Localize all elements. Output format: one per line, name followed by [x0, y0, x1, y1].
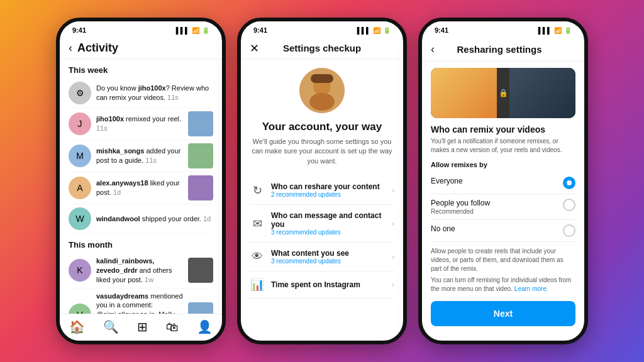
eye-icon: 👁: [250, 250, 265, 263]
remix-img-left: [431, 68, 503, 118]
option-text: Everyone: [431, 177, 463, 185]
home-icon[interactable]: 🏠: [69, 319, 85, 334]
list-item[interactable]: 📊 Time spent on Instagram ›: [250, 272, 394, 299]
activity-screen: ‹ Activity This week ⚙ Do you know jiho1…: [60, 36, 222, 341]
time-1: 9:41: [72, 26, 86, 34]
activity-text: kalindi_rainbows, zevedo_drdr and others…: [96, 256, 183, 285]
checkup-text: Who can reshare your content 2 recommend…: [271, 182, 386, 198]
next-button[interactable]: Next: [431, 301, 575, 326]
radio-button-follow[interactable]: [563, 199, 575, 211]
back-icon[interactable]: ‹: [69, 41, 72, 55]
this-month-label: This month: [69, 240, 213, 250]
status-icons-1: ▌▌▌ 📶 🔋: [176, 27, 209, 34]
list-item: J jiho100x remixed your reel. 11s: [69, 108, 213, 140]
list-item: K kalindi_rainbows, zevedo_drdr and othe…: [69, 253, 213, 288]
wifi-icon: 📶: [192, 27, 199, 34]
resharing-body: 🔒 Who can remix your videos You'll get a…: [422, 62, 584, 341]
radio-option-people-follow[interactable]: People you follow Recommended: [431, 194, 575, 220]
avatar: [299, 68, 345, 113]
svg-rect-3: [311, 74, 333, 83]
phone-activity: 9:41 ▌▌▌ 📶 🔋 ‹ Activity This week ⚙ Do y…: [56, 18, 226, 344]
svg-point-2: [309, 93, 335, 111]
thumbnail: [188, 111, 213, 136]
settings-header: ✕ Settings checkup: [241, 36, 403, 59]
learn-more-link[interactable]: Learn more.: [514, 285, 548, 292]
avatar: A: [69, 177, 91, 199]
list-item: V vasudaydreams mentioned you in a comme…: [69, 288, 213, 314]
avatar: W: [69, 207, 91, 230]
item-title: What content you see: [271, 249, 386, 258]
chevron-right-icon: ›: [392, 219, 394, 228]
list-item[interactable]: ✉ Who can message and contact you 3 reco…: [250, 205, 394, 243]
battery-icon: 🔋: [383, 27, 391, 34]
back-icon[interactable]: ‹: [431, 43, 435, 56]
settings-screen: ✕ Settings checkup Your account, your wa…: [241, 36, 403, 341]
close-icon[interactable]: ✕: [250, 41, 259, 55]
checkup-text: Who can message and contact you 3 recomm…: [271, 211, 386, 236]
list-item: M mishka_songs added your post to a guid…: [69, 140, 213, 172]
search-icon[interactable]: 🔍: [103, 319, 119, 334]
radio-option-no-one[interactable]: No one: [431, 220, 575, 242]
signal-icon: ▌▌▌: [538, 27, 552, 34]
item-title: Time spent on Instagram: [271, 280, 386, 289]
thumbnail: [188, 302, 213, 314]
item-sub: 2 recommended updates: [271, 191, 386, 198]
time-2: 9:41: [253, 26, 267, 34]
list-item: W windandwool shipped your order. 1d: [69, 204, 213, 234]
radio-option-everyone[interactable]: Everyone: [431, 172, 575, 194]
avatar: V: [69, 304, 91, 314]
list-item: ⚙ Do you know jiho100x? Review who can r…: [69, 79, 213, 108]
list-item[interactable]: 👁 What content you see 3 recommended upd…: [250, 243, 394, 272]
item-sub: 3 recommended updates: [271, 229, 386, 236]
profile-image: [299, 68, 345, 113]
settings-headline: Your account, your way: [262, 121, 382, 133]
avatar: M: [69, 145, 91, 167]
option-text: People you follow Recommended: [431, 199, 490, 215]
thumbnail: [188, 258, 213, 283]
item-title: Who can message and contact you: [271, 211, 386, 229]
avatar: ⚙: [69, 82, 91, 104]
list-item: A alex.anyways18 liked your post. 1d: [69, 172, 213, 204]
allow-label: Allow remixes by: [431, 161, 575, 168]
reshare-icon: ↻: [250, 184, 265, 197]
list-item[interactable]: ↻ Who can reshare your content 2 recomme…: [250, 176, 394, 205]
remix-notice: Allow people to create reels that includ…: [431, 247, 575, 273]
option-text: No one: [431, 224, 455, 233]
resharing-header: ‹ Resharing settings: [422, 36, 584, 62]
add-icon[interactable]: ⊞: [137, 319, 148, 334]
activity-text: vasudaydreams mentioned you in a comment…: [96, 292, 183, 314]
chevron-right-icon: ›: [392, 186, 394, 195]
activity-text: mishka_songs added your post to a guide.…: [96, 146, 183, 165]
radio-button-no-one[interactable]: [563, 224, 575, 237]
wifi-icon: 📶: [373, 27, 380, 34]
resharing-title: Resharing settings: [440, 44, 559, 55]
page-title: Activity: [77, 41, 118, 55]
activity-text: windandwool shipped your order. 1d: [96, 214, 213, 224]
remix-section-title: Who can remix your videos: [431, 124, 575, 134]
activity-text: jiho100x remixed your reel. 11s: [96, 114, 183, 133]
activity-text: Do you know jiho100x? Review who can rem…: [96, 84, 213, 102]
phone-resharing: 9:41 ▌▌▌ 📶 🔋 ‹ Resharing settings 🔒 Who …: [418, 18, 588, 344]
thumbnail: [188, 143, 213, 168]
item-title: Who can reshare your content: [271, 182, 386, 191]
status-icons-3: ▌▌▌ 📶 🔋: [538, 27, 572, 34]
signal-icon: ▌▌▌: [176, 27, 189, 34]
item-sub: 3 recommended updates: [271, 258, 386, 265]
settings-body: Your account, your way We'll guide you t…: [241, 59, 403, 341]
this-week-label: This week: [69, 65, 213, 75]
thumbnail: [188, 175, 213, 200]
signal-icon: ▌▌▌: [357, 27, 370, 34]
shop-icon[interactable]: 🛍: [166, 320, 179, 334]
resharing-screen: ‹ Resharing settings 🔒 Who can remix you…: [422, 36, 584, 341]
battery-icon: 🔋: [202, 27, 209, 34]
battery-icon: 🔋: [564, 27, 572, 34]
settings-title: Settings checkup: [283, 43, 361, 53]
profile-icon[interactable]: 👤: [197, 319, 213, 334]
lock-icon: 🔒: [499, 89, 508, 97]
activity-text: alex.anyways18 liked your post. 1d: [96, 178, 183, 197]
settings-sub: We'll guide you through some settings so…: [250, 137, 394, 166]
remix-section-sub: You'll get a notification if someone rem…: [431, 137, 575, 155]
option-label: No one: [431, 224, 455, 233]
bottom-nav: 🏠 🔍 ⊞ 🛍 👤: [60, 314, 222, 341]
radio-button-everyone[interactable]: [563, 177, 575, 189]
